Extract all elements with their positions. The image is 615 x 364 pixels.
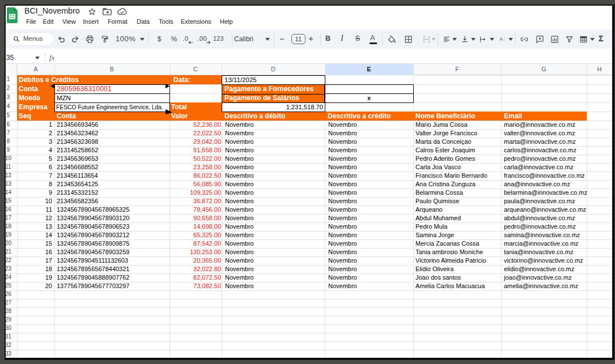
svg-text:A: A bbox=[499, 36, 503, 42]
